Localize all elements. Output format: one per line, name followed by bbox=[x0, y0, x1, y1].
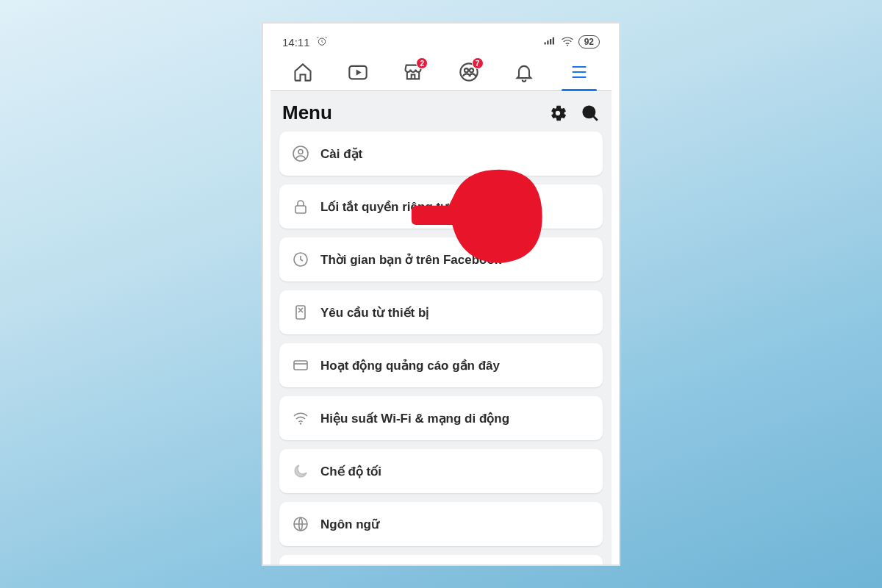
svg-rect-9 bbox=[295, 206, 306, 213]
tab-home[interactable] bbox=[281, 53, 325, 90]
search-button[interactable] bbox=[581, 104, 600, 123]
battery-level: 92 bbox=[584, 36, 594, 48]
menu-item-settings[interactable]: Cài đặt bbox=[279, 132, 603, 176]
ad-icon bbox=[291, 356, 310, 375]
tab-notifications[interactable] bbox=[502, 53, 546, 90]
groups-badge: 7 bbox=[472, 57, 484, 69]
clock-icon bbox=[291, 250, 310, 269]
tab-groups[interactable]: 7 bbox=[447, 53, 491, 90]
svg-point-6 bbox=[584, 106, 595, 117]
menu-item-language[interactable]: Ngôn ngữ bbox=[279, 502, 603, 546]
menu-item-wifi-performance[interactable]: Hiệu suất Wi-Fi & mạng di động bbox=[279, 396, 603, 440]
svg-point-13 bbox=[300, 423, 301, 424]
menu-item-device-requests[interactable]: Yêu cầu từ thiết bị bbox=[279, 290, 603, 334]
status-left: 14:11 bbox=[282, 35, 328, 49]
tab-marketplace[interactable]: 2 bbox=[391, 53, 435, 90]
alarm-icon bbox=[316, 35, 328, 49]
status-time: 14:11 bbox=[282, 36, 310, 49]
wifi-icon bbox=[561, 36, 574, 49]
menu-item-label: Chế độ tối bbox=[320, 464, 381, 479]
menu-item-privacy-shortcuts[interactable]: Lối tắt quyền riêng tư bbox=[279, 184, 603, 229]
svg-rect-11 bbox=[296, 306, 305, 319]
menu-item-label: Yêu cầu từ thiết bị bbox=[320, 305, 429, 320]
menu-item-label: Hoạt động quảng cáo gần đây bbox=[320, 358, 500, 373]
menu-item-time-on-facebook[interactable]: Thời gian bạn ở trên Facebook bbox=[279, 237, 603, 282]
signal-icon bbox=[543, 36, 556, 49]
menu-item-data-usage[interactable]: Mức sử dụng dữ liệu di động bbox=[279, 555, 603, 564]
menu-item-label: Thời gian bạn ở trên Facebook bbox=[320, 252, 501, 268]
tab-menu[interactable] bbox=[557, 53, 601, 90]
moon-icon bbox=[291, 462, 310, 481]
phone-screen: 14:11 92 bbox=[270, 31, 612, 564]
svg-point-5 bbox=[470, 68, 473, 72]
tab-watch[interactable] bbox=[336, 53, 380, 90]
menu-item-label: Hiệu suất Wi-Fi & mạng di động bbox=[320, 411, 509, 426]
marketplace-badge: 2 bbox=[416, 57, 428, 69]
menu-header: Menu bbox=[270, 91, 612, 130]
menu-item-recent-ad-activity[interactable]: Hoạt động quảng cáo gần đây bbox=[279, 343, 603, 387]
menu-item-dark-mode[interactable]: Chế độ tối bbox=[279, 449, 603, 493]
battery-indicator: 92 bbox=[578, 35, 600, 49]
top-nav: 2 7 bbox=[270, 53, 612, 91]
menu-list: Cài đặt Lối tắt quyền riêng tư Thời gian… bbox=[270, 130, 612, 564]
menu-item-label: Cài đặt bbox=[320, 146, 362, 162]
status-bar: 14:11 92 bbox=[270, 31, 612, 53]
svg-rect-12 bbox=[294, 361, 307, 370]
page-title: Menu bbox=[282, 101, 332, 124]
svg-point-1 bbox=[567, 44, 568, 46]
user-circle-icon bbox=[291, 144, 310, 163]
svg-point-8 bbox=[298, 150, 303, 154]
settings-button[interactable] bbox=[548, 104, 567, 123]
wifi-icon bbox=[291, 409, 310, 428]
device-icon bbox=[291, 303, 310, 322]
menu-item-label: Lối tắt quyền riêng tư bbox=[320, 199, 448, 215]
status-right: 92 bbox=[543, 35, 600, 49]
lock-icon bbox=[291, 197, 310, 216]
tutorial-frame: 14:11 92 bbox=[262, 22, 620, 566]
menu-item-label: Ngôn ngữ bbox=[320, 517, 379, 532]
globe-icon bbox=[291, 514, 310, 534]
svg-point-4 bbox=[465, 68, 468, 72]
